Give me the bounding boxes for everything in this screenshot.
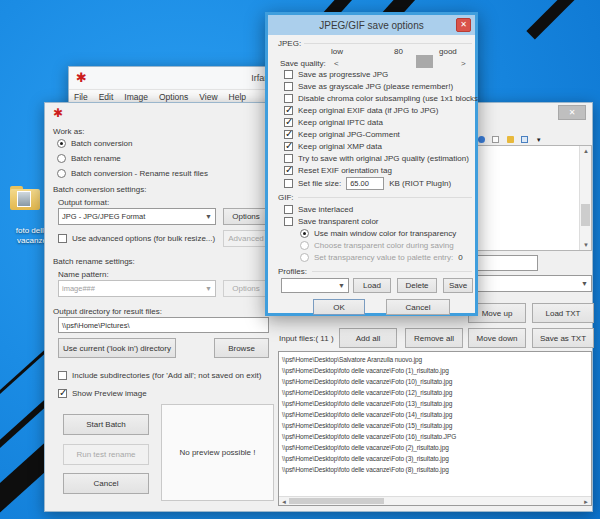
browse-button[interactable]: Browse (214, 338, 269, 358)
list-item[interactable]: \\psf\Home\Desktop\foto delle vacanze\Fo… (282, 365, 588, 376)
irfanview-icon: ✱ (53, 107, 63, 120)
file-size-suffix: KB (RIOT PlugIn) (389, 179, 451, 188)
radio-batch-conversion-rename[interactable]: Batch conversion - Rename result files (57, 168, 208, 179)
close-icon[interactable]: ✕ (456, 18, 471, 32)
save-quality-label: Save quality: (280, 59, 326, 68)
output-format-label: Output format: (58, 198, 109, 207)
preview-panel: No preview possible ! (161, 404, 274, 501)
new-folder-icon[interactable] (507, 136, 514, 143)
scroll-down-icon[interactable]: ▼ (583, 241, 589, 249)
close-icon[interactable]: ✕ (558, 105, 586, 120)
menu-arrow-icon[interactable]: ▼ (536, 137, 542, 143)
list-item[interactable]: \\psf\Home\Desktop\foto delle vacanze\Fo… (282, 398, 588, 409)
menu-options[interactable]: Options (159, 92, 188, 102)
radio-choose-transparent-color: Choose transparent color during saving (300, 240, 454, 251)
radio-palette-entry: Set transparency value to palette entry:… (300, 252, 463, 263)
keep-exif-checkbox[interactable]: Keep original EXIF data (if JPG to JPG) (284, 105, 439, 116)
browser-scrollbar[interactable]: ▲ ▼ (579, 146, 591, 250)
file-size-input[interactable]: 65.00 (346, 177, 384, 190)
jpeg-gif-save-options-dialog: JPEG/GIF save options ✕ JPEG: low 80 goo… (265, 12, 478, 316)
name-pattern-select: image###▼ (58, 280, 216, 297)
use-current-directory-button[interactable]: Use current ('look in') directory (58, 338, 176, 358)
profiles-select[interactable]: ▼ (281, 278, 349, 293)
save-as-txt-button[interactable]: Save as TXT (532, 328, 594, 348)
work-as-label: Work as: (53, 127, 84, 136)
progressive-jpg-checkbox[interactable]: Save as progressive JPG (284, 69, 388, 80)
slider-right-arrow[interactable]: > (461, 59, 466, 68)
save-transparent-color-checkbox[interactable]: Save transparent color (284, 216, 379, 227)
keep-jpg-comment-checkbox[interactable]: Keep original JPG-Comment (284, 129, 400, 140)
load-txt-button[interactable]: Load TXT (532, 303, 594, 323)
remove-all-button[interactable]: Remove all (405, 328, 463, 348)
format-options-button[interactable]: Options (223, 208, 269, 225)
list-item[interactable]: \\psf\Home\Desktop\foto delle vacanze\Fo… (282, 431, 588, 442)
view-menu-icon[interactable] (521, 136, 528, 143)
menu-image[interactable]: Image (124, 92, 148, 102)
quality-good-label: good (439, 47, 457, 56)
scroll-left-icon[interactable]: ◄ (281, 498, 287, 506)
pattern-options-button: Options (223, 280, 269, 297)
hscrollbar[interactable]: ◄ ► (279, 496, 591, 505)
output-format-select[interactable]: JPG - JPG/JPEG Format▼ (58, 208, 216, 225)
slider-left-arrow[interactable]: < (334, 59, 339, 68)
list-item[interactable]: \\psf\Home\Desktop\foto delle vacanze\Fo… (282, 453, 588, 464)
scroll-up-icon[interactable]: ▲ (583, 147, 589, 155)
quality-low-label: low (331, 47, 343, 56)
back-icon[interactable] (478, 136, 485, 143)
cancel-button[interactable]: Cancel (63, 473, 149, 494)
output-directory-input[interactable]: \\psf\Home\Pictures\ (58, 317, 269, 333)
jpeg-group-label: JPEG: (278, 39, 301, 48)
list-item[interactable]: \\psf\Home\Desktop\foto delle vacanze\Fo… (282, 409, 588, 420)
include-subdirectories-checkbox[interactable]: Include subdirectories (for 'Add all'; n… (58, 370, 261, 381)
no-preview-text: No preview possible ! (179, 448, 255, 457)
scroll-right-icon[interactable]: ► (583, 498, 589, 506)
menu-file[interactable]: File (74, 92, 88, 102)
start-batch-button[interactable]: Start Batch (63, 414, 149, 435)
jpeg-dialog-title: JPEG/GIF save options (319, 20, 424, 31)
save-interlaced-checkbox[interactable]: Save interlaced (284, 204, 353, 215)
move-down-button[interactable]: Move down (468, 328, 526, 348)
output-directory-label: Output directory for result files: (53, 307, 162, 316)
menu-view[interactable]: View (199, 92, 217, 102)
radio-main-window-color[interactable]: Use main window color for transparency (300, 228, 456, 239)
keep-iptc-checkbox[interactable]: Keep original IPTC data (284, 117, 383, 128)
chevron-down-icon: ▼ (338, 282, 345, 289)
radio-batch-rename[interactable]: Batch rename (57, 153, 121, 164)
profiles-label: Profiles: (278, 267, 307, 276)
profile-save-button[interactable]: Save (443, 278, 473, 293)
conversion-settings-heading: Batch conversion settings: (53, 185, 146, 194)
rename-settings-heading: Batch rename settings: (53, 257, 135, 266)
list-item[interactable]: \\psf\Home\Desktop\foto delle vacanze\Fo… (282, 442, 588, 453)
gif-group-label: GIF: (278, 193, 294, 202)
menu-edit[interactable]: Edit (99, 92, 114, 102)
input-files-list[interactable]: \\psf\Home\Desktop\Salvatore Aranzulla n… (278, 351, 592, 506)
list-item[interactable]: \\psf\Home\Desktop\foto delle vacanze\Fo… (282, 420, 588, 431)
add-all-button[interactable]: Add all (339, 328, 397, 348)
disable-subsampling-checkbox[interactable]: Disable chroma color subsampling (use 1x… (284, 93, 478, 104)
up-folder-icon[interactable] (492, 136, 499, 143)
menu-help[interactable]: Help (229, 92, 246, 102)
list-item[interactable]: \\psf\Home\Desktop\Salvatore Aranzulla n… (282, 354, 588, 365)
use-advanced-options-checkbox[interactable]: Use advanced options (for bulk resize...… (58, 233, 215, 244)
advanced-button: Advanced (223, 230, 269, 247)
profile-load-button[interactable]: Load (353, 278, 391, 293)
ok-button[interactable]: OK (313, 299, 365, 315)
keep-xmp-checkbox[interactable]: Keep original XMP data (284, 141, 382, 152)
list-item[interactable]: \\psf\Home\Desktop\foto delle vacanze\Fo… (282, 376, 588, 387)
show-preview-checkbox[interactable]: Show Preview image (58, 388, 147, 399)
radio-batch-conversion[interactable]: Batch conversion (57, 138, 132, 149)
irfanview-icon: ✱ (76, 71, 87, 84)
list-item[interactable]: \\psf\Home\Desktop\foto delle vacanze\Fo… (282, 464, 588, 475)
jpeg-dialog-titlebar: JPEG/GIF save options (268, 15, 475, 35)
grayscale-jpg-checkbox[interactable]: Save as grayscale JPG (please remember!) (284, 81, 453, 92)
original-quality-checkbox[interactable]: Try to save with original JPG quality (e… (284, 153, 469, 164)
reset-exif-orientation-checkbox[interactable]: Reset EXIF orientation tag (284, 165, 392, 176)
set-file-size-checkbox[interactable]: Set file size: 65.00 KB (RIOT PlugIn) (284, 176, 451, 190)
cancel-button[interactable]: Cancel (386, 299, 450, 315)
quality-slider-thumb[interactable] (416, 55, 433, 68)
list-item[interactable]: \\psf\Home\Desktop\foto delle vacanze\Fo… (282, 387, 588, 398)
input-files-label: Input files:( 11 ) (279, 334, 334, 343)
chevron-down-icon: ▼ (581, 280, 588, 287)
profile-delete-button[interactable]: Delete (397, 278, 437, 293)
wallpaper-streak (526, 0, 600, 40)
